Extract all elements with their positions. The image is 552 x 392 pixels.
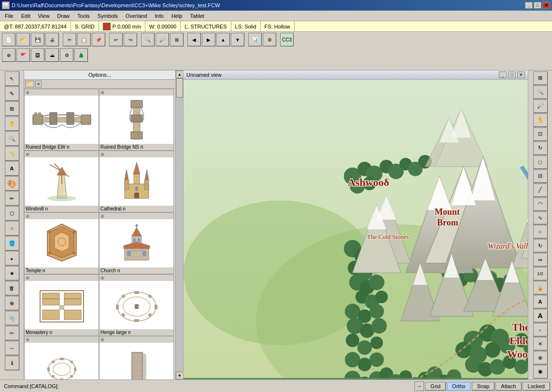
tb-cc3[interactable]: CC3 xyxy=(280,33,294,46)
tb-tree[interactable]: 🌲 xyxy=(74,48,88,62)
tb-paste[interactable]: 📌 xyxy=(92,33,105,46)
lt-copy2[interactable]: ⊕ xyxy=(5,296,19,310)
rt-zoom-in[interactable]: 🔍 xyxy=(533,85,548,99)
tb-flag[interactable]: 🚩 xyxy=(16,48,30,62)
rt-circle3[interactable]: ◉ xyxy=(533,365,548,378)
symbols-options-btn[interactable]: Options... xyxy=(24,70,175,80)
tb-open[interactable]: 📂 xyxy=(16,33,30,46)
tb-nav-up[interactable]: ▲ xyxy=(216,33,230,46)
lt-symbol[interactable]: ★ xyxy=(5,266,19,280)
tb-save[interactable]: 💾 xyxy=(31,33,44,46)
lt-move[interactable]: ↔ xyxy=(5,341,19,355)
rt-snap2[interactable]: ✕ xyxy=(533,337,548,350)
tb-sheet[interactable]: 📊 xyxy=(248,33,262,46)
status-arrow-btn[interactable]: → xyxy=(414,381,424,391)
lt-info[interactable]: ℹ xyxy=(5,356,19,370)
symbol-cell-ruined-bridge-ew[interactable]: ⊕ xyxy=(24,89,99,151)
tb-nav-left[interactable]: ◀ xyxy=(187,33,201,46)
menu-tablet[interactable]: Tablet xyxy=(186,12,208,20)
rt-line[interactable]: ╱ xyxy=(533,183,548,197)
menu-view[interactable]: View xyxy=(34,12,54,20)
tb-insert[interactable]: ⊕ xyxy=(2,48,15,62)
symbol-cell-church[interactable]: ⊕ xyxy=(99,212,174,274)
tb-image[interactable]: 🖼 xyxy=(31,48,44,62)
lt-delete[interactable]: 🗑 xyxy=(5,281,19,295)
rt-node2[interactable]: ⬦ xyxy=(533,323,548,336)
tb-undo[interactable]: ↩ xyxy=(109,33,123,46)
panel-scrollbar[interactable]: ▲ ▼ xyxy=(175,70,183,379)
symbol-cell-monolith[interactable]: ⊕ xyxy=(99,336,174,379)
menu-file[interactable]: File xyxy=(1,12,17,20)
tb-config[interactable]: ⚙ xyxy=(60,48,73,62)
lt-text[interactable]: A xyxy=(5,161,19,176)
menu-help[interactable]: Help xyxy=(168,12,186,20)
menu-edit[interactable]: Edit xyxy=(17,12,34,20)
lt-draw[interactable]: ✏ xyxy=(5,191,19,206)
lt-grid[interactable]: ⊞ xyxy=(5,101,19,116)
tb-terrain[interactable]: ⛰ xyxy=(45,48,59,62)
tb-nav-right[interactable]: ▶ xyxy=(202,33,215,46)
symbols-list-icon[interactable]: ≡ xyxy=(35,81,42,87)
menu-symbols[interactable]: Symbols xyxy=(94,12,122,20)
tb-redo[interactable]: ↪ xyxy=(124,33,137,46)
rt-zoom-region[interactable]: ⊞ xyxy=(533,71,548,85)
view-close-btn[interactable]: ✕ xyxy=(517,71,525,78)
rt-rotate[interactable]: ↻ xyxy=(533,239,548,252)
attach-btn[interactable]: Attach xyxy=(495,382,521,391)
tb-print[interactable]: 🖨 xyxy=(45,33,59,46)
scroll-thumb[interactable] xyxy=(176,78,183,98)
locked-btn[interactable]: Locked xyxy=(523,382,550,391)
menu-tools[interactable]: Tools xyxy=(73,12,94,20)
tb-zoom-out[interactable]: 🔎 xyxy=(156,33,169,46)
lt-measure[interactable]: 📏 xyxy=(5,146,19,161)
scroll-up-arrow[interactable]: ▲ xyxy=(176,70,184,78)
rt-select-all[interactable]: ⊡ xyxy=(533,127,548,141)
rt-view1[interactable]: □ xyxy=(533,155,548,169)
rt-mirror[interactable]: ⇔ xyxy=(533,253,548,266)
rt-view2[interactable]: ⊟ xyxy=(533,169,548,183)
ortho-btn[interactable]: Ortho xyxy=(447,382,471,391)
rt-lock[interactable]: 🔒 xyxy=(533,281,548,294)
tb-new[interactable]: 📄 xyxy=(2,33,15,46)
lt-attach[interactable]: 📎 xyxy=(5,311,19,325)
menu-draw[interactable]: Draw xyxy=(53,12,73,20)
rt-bezier[interactable]: ∿ xyxy=(533,211,548,225)
menu-info[interactable]: Info xyxy=(151,12,168,20)
maximize-button[interactable]: □ xyxy=(534,2,541,9)
rt-text-a[interactable]: A xyxy=(533,295,548,308)
tb-nav-down[interactable]: ▼ xyxy=(231,33,244,46)
symbol-cell-henge-large[interactable]: ⊕ xyxy=(99,274,174,336)
close-button[interactable]: ✕ xyxy=(542,2,550,9)
lt-pan[interactable]: ✋ xyxy=(5,116,19,131)
minimize-button[interactable]: _ xyxy=(525,2,533,9)
lt-fill[interactable]: 🪣 xyxy=(5,236,19,251)
symbol-cell-monastery[interactable]: ⊕ xyxy=(24,274,99,336)
symbol-cell-henge-small[interactable]: ⊕ xyxy=(24,336,99,379)
lt-node[interactable]: ⬥ xyxy=(5,251,19,266)
scroll-track[interactable] xyxy=(176,78,183,372)
rt-redraw[interactable]: ↻ xyxy=(533,141,548,155)
tb-zoom-fit[interactable]: ⊞ xyxy=(170,33,184,46)
lt-zoom[interactable]: 🔍 xyxy=(5,131,19,146)
lt-select[interactable]: ↖ xyxy=(5,71,19,86)
rt-zoom-out[interactable]: 🔎 xyxy=(533,99,548,113)
grid-btn[interactable]: Grid xyxy=(425,382,446,391)
view-minimize-btn[interactable]: _ xyxy=(499,71,507,78)
lt-break[interactable]: ✂ xyxy=(5,326,19,340)
lt-color[interactable]: 🎨 xyxy=(5,176,19,191)
tb-copy[interactable]: 📋 xyxy=(77,33,91,46)
lt-polygon[interactable]: ⬡ xyxy=(5,206,19,221)
tb-properties[interactable]: ⚙ xyxy=(263,33,276,46)
rt-circle2[interactable]: ○ xyxy=(533,225,548,238)
view-maximize-btn[interactable]: □ xyxy=(508,71,516,78)
snap-btn[interactable]: Snap xyxy=(472,382,495,391)
tb-cut[interactable]: ✂ xyxy=(63,33,76,46)
symbol-cell-windmill[interactable]: ⊕ xyxy=(24,151,99,212)
symbols-folder-icon[interactable]: 📁 xyxy=(25,81,34,87)
rt-arc[interactable]: ◠ xyxy=(533,197,548,211)
lt-circle[interactable]: ○ xyxy=(5,221,19,236)
rt-cross[interactable]: ⊕ xyxy=(533,351,548,364)
menu-overland[interactable]: Overland xyxy=(122,12,151,20)
symbol-cell-ruined-bridge-ns[interactable]: ⊕ Ruined Brid xyxy=(99,89,174,151)
pen-color-swatch[interactable] xyxy=(103,23,111,30)
